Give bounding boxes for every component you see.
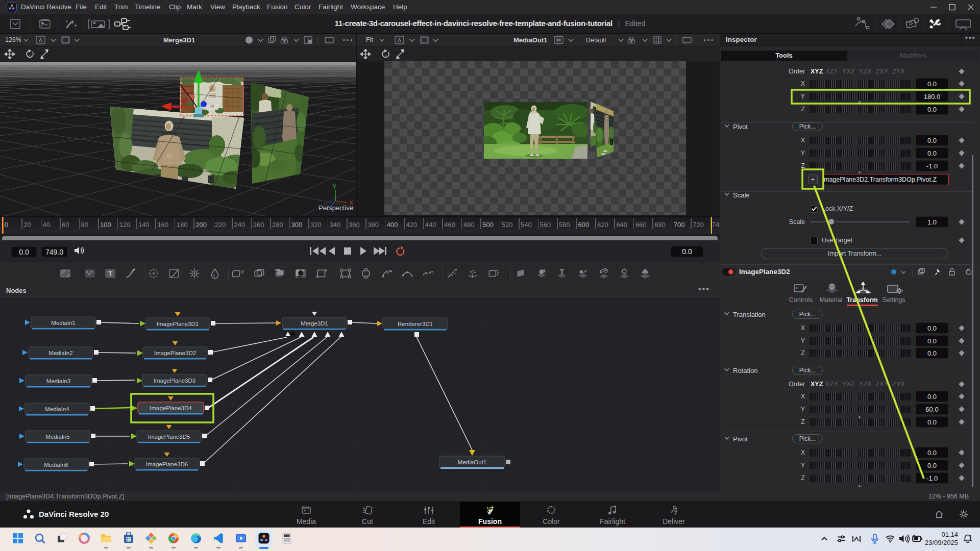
svg-text:Y: Y	[332, 183, 336, 190]
svg-text:Renderer3D1: Renderer3D1	[398, 321, 433, 327]
svg-text:z: z	[969, 534, 971, 538]
svg-text:ImagePlane3D2: ImagePlane3D2	[154, 350, 196, 356]
svg-text:T: T	[108, 270, 112, 278]
svg-text:MediaIn4: MediaIn4	[45, 406, 69, 412]
svg-text:ImagePlane3D6: ImagePlane3D6	[146, 461, 188, 467]
svg-text:A: A	[39, 37, 43, 43]
svg-text:ImagePlane3D5: ImagePlane3D5	[148, 434, 190, 440]
svg-text:MediaIn2: MediaIn2	[48, 350, 72, 356]
svg-text:Perspective: Perspective	[318, 204, 353, 212]
svg-text:MediaOut1: MediaOut1	[458, 459, 486, 465]
svg-text:MediaIn5: MediaIn5	[45, 434, 69, 440]
svg-text:ImagePlane3D3: ImagePlane3D3	[154, 378, 195, 384]
svg-text:T: T	[560, 268, 564, 276]
svg-text:MediaIn6: MediaIn6	[44, 462, 68, 468]
svg-text:MediaIn3: MediaIn3	[46, 378, 70, 384]
svg-text:A: A	[398, 37, 402, 43]
svg-text:Default: Default	[586, 37, 606, 44]
svg-text:ImagePlane3D1: ImagePlane3D1	[157, 321, 199, 327]
svg-text:MediaIn1: MediaIn1	[51, 320, 75, 326]
svg-text:ImagePlane3D4: ImagePlane3D4	[150, 405, 192, 411]
svg-text:Merge3D1: Merge3D1	[301, 320, 328, 327]
